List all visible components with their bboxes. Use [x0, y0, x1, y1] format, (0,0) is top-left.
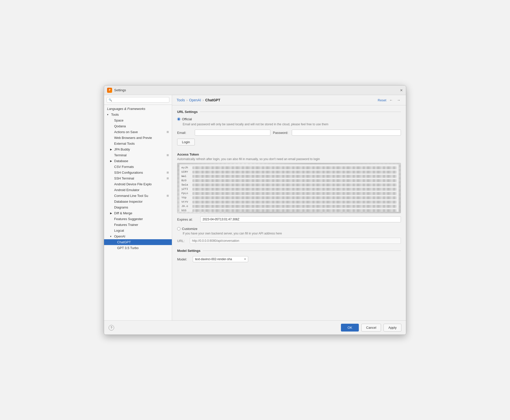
- ok-button[interactable]: OK: [341, 324, 359, 332]
- expires-label: Expires at:: [177, 218, 197, 221]
- sidebar-item-label: Terminal: [114, 153, 126, 157]
- apply-button[interactable]: Apply: [384, 324, 401, 332]
- nav-back-button[interactable]: ←: [388, 98, 394, 103]
- sidebar-item-diagrams[interactable]: Diagrams: [104, 204, 172, 210]
- sidebar-item-android-device-file[interactable]: Android Device File Explo: [104, 181, 172, 187]
- token-textarea-wrap[interactable]: eyJh UIRY Wwi BzO: [177, 163, 401, 213]
- sidebar-item-ssh-terminal[interactable]: SSH Terminal ⊞: [104, 175, 172, 181]
- token-line: FpLn: [181, 191, 397, 196]
- url-settings-section-title: URL Settings: [177, 110, 401, 114]
- token-line: J9.o: [181, 204, 397, 208]
- sidebar-item-actions-on-save[interactable]: Actions on Save ⊞: [104, 129, 172, 135]
- arrow-icon: ▾: [107, 113, 110, 116]
- search-input[interactable]: [113, 98, 167, 102]
- email-input[interactable]: [195, 130, 270, 136]
- sidebar-item-tools[interactable]: ▾ Tools: [104, 112, 172, 117]
- header-actions: Reset ← →: [378, 98, 401, 103]
- sidebar-item-label: OpenAI: [114, 234, 125, 238]
- sidebar-item-chatgpt[interactable]: ChatGPT: [104, 239, 172, 245]
- title-bar: P Settings ✕: [104, 85, 406, 95]
- customize-label: Customize: [182, 227, 197, 231]
- model-select-wrap: text-davinci-002-render-sha gpt-3.5-turb…: [193, 256, 248, 262]
- footer-right: OK Cancel Apply: [341, 324, 401, 332]
- customize-hint: If you have your own backend server, you…: [177, 232, 401, 235]
- sidebar-item-terminal[interactable]: Terminal ⊞: [104, 152, 172, 158]
- badge-icon: ⊞: [167, 130, 169, 134]
- token-line: BzO: [181, 178, 397, 183]
- arrow-icon: ▶: [110, 212, 113, 215]
- sidebar-item-web-browsers[interactable]: Web Browsers and Previe: [104, 135, 172, 141]
- token-lines: eyJh UIRY Wwi BzO: [179, 164, 399, 212]
- footer: ? OK Cancel Apply: [104, 320, 406, 335]
- sidebar-item-logcat[interactable]: Logcat: [104, 228, 172, 233]
- email-label: Email:: [177, 131, 192, 135]
- sidebar-item-command-line-tool[interactable]: Command Line Tool Su ⊞: [104, 193, 172, 199]
- token-line: yZTI: [181, 187, 397, 191]
- breadcrumb-sep1: ›: [186, 98, 188, 102]
- sidebar-item-csv-formats[interactable]: CSV Formats: [104, 164, 172, 170]
- token-line: Wwi: [181, 174, 397, 178]
- badge-icon: ⊞: [167, 171, 169, 174]
- sidebar-item-label: GPT 3.5 Turbo: [117, 246, 139, 250]
- sidebar-item-openai[interactable]: ▾ OpenAI: [104, 233, 172, 239]
- help-button[interactable]: ?: [109, 325, 114, 331]
- sidebar-item-android-emulator[interactable]: Android Emulator: [104, 187, 172, 193]
- breadcrumb-tools[interactable]: Tools: [177, 98, 185, 102]
- title-bar-left: P Settings: [107, 88, 126, 93]
- breadcrumb-chatgpt: ChatGPT: [205, 98, 220, 102]
- close-button[interactable]: ✕: [400, 88, 403, 92]
- customize-radio-row: Customize: [177, 227, 401, 231]
- sidebar-item-label: Features Trainer: [114, 223, 138, 227]
- nav-forward-button[interactable]: →: [396, 98, 401, 103]
- official-radio-row: Official: [177, 117, 401, 121]
- breadcrumb-openai[interactable]: OpenAI: [189, 98, 201, 102]
- official-hint: Email and password will only be saved lo…: [177, 123, 401, 126]
- token-line: YXp: [181, 196, 397, 200]
- breadcrumb: Tools › OpenAI › ChatGPT: [177, 98, 220, 102]
- reset-button[interactable]: Reset: [378, 98, 386, 102]
- badge-icon: ⊞: [167, 177, 169, 180]
- sidebar-item-label: SSH Terminal: [114, 176, 134, 180]
- sidebar-item-features-suggester[interactable]: Features Suggester: [104, 216, 172, 222]
- token-line: Swia: [181, 183, 397, 187]
- sidebar-item-qodana[interactable]: Qodana: [104, 123, 172, 129]
- sidebar-item-external-tools[interactable]: External Tools: [104, 141, 172, 146]
- sidebar-item-label: SSH Configurations: [114, 171, 143, 174]
- sidebar-item-space[interactable]: Space: [104, 117, 172, 123]
- search-icon: 🔍: [109, 98, 112, 102]
- sidebar-item-label: External Tools: [114, 142, 135, 145]
- main-content: 🔍 Languages & Frameworks ▾ Tools Space: [104, 95, 406, 320]
- sidebar-item-gpt35turbo[interactable]: GPT 3.5 Turbo: [104, 245, 172, 251]
- panel-body: URL Settings Official Email and password…: [172, 105, 406, 320]
- settings-window: P Settings ✕ 🔍 Languages & Frameworks ▾: [104, 85, 406, 335]
- sidebar-item-database[interactable]: ▶ Database: [104, 158, 172, 164]
- login-button[interactable]: Login: [177, 139, 195, 145]
- sidebar-section-languages: Languages & Frameworks: [104, 106, 172, 112]
- sidebar-item-label: ChatGPT: [117, 240, 131, 244]
- sidebar-item-label: CSV Formats: [114, 165, 134, 169]
- sidebar-item-label: Diff & Merge: [114, 211, 132, 215]
- expires-input[interactable]: [200, 216, 401, 222]
- sidebar-item-jpa-buddy[interactable]: ▶ JPA Buddy: [104, 146, 172, 152]
- sidebar-item-label: Diagrams: [114, 205, 128, 209]
- password-input[interactable]: [292, 130, 401, 136]
- sidebar-item-ssh-configurations[interactable]: SSH Configurations ⊞: [104, 170, 172, 175]
- cancel-button[interactable]: Cancel: [361, 324, 381, 332]
- main-panel: Tools › OpenAI › ChatGPT Reset ← → URL S…: [172, 95, 406, 320]
- token-line: eyJh: [181, 166, 397, 170]
- badge-icon: ⊞: [167, 154, 169, 157]
- sidebar-item-database-inspector[interactable]: Database Inspector: [104, 199, 172, 204]
- sidebar-item-label: Features Suggester: [114, 217, 143, 221]
- expires-row: Expires at:: [177, 216, 401, 222]
- sidebar-item-features-trainer[interactable]: Features Trainer: [104, 222, 172, 228]
- sidebar-list: Languages & Frameworks ▾ Tools Space Qod…: [104, 105, 172, 320]
- sidebar: 🔍 Languages & Frameworks ▾ Tools Space: [104, 95, 172, 320]
- app-icon: P: [107, 88, 112, 93]
- sidebar-item-label: Database: [114, 159, 128, 163]
- sidebar-item-diff-merge[interactable]: ▶ Diff & Merge: [104, 210, 172, 216]
- model-select[interactable]: text-davinci-002-render-sha gpt-3.5-turb…: [193, 256, 248, 262]
- url-input[interactable]: [190, 238, 401, 244]
- customize-radio[interactable]: [177, 227, 180, 230]
- model-settings-section-title: Model Settings: [177, 249, 401, 253]
- official-radio[interactable]: [177, 117, 180, 121]
